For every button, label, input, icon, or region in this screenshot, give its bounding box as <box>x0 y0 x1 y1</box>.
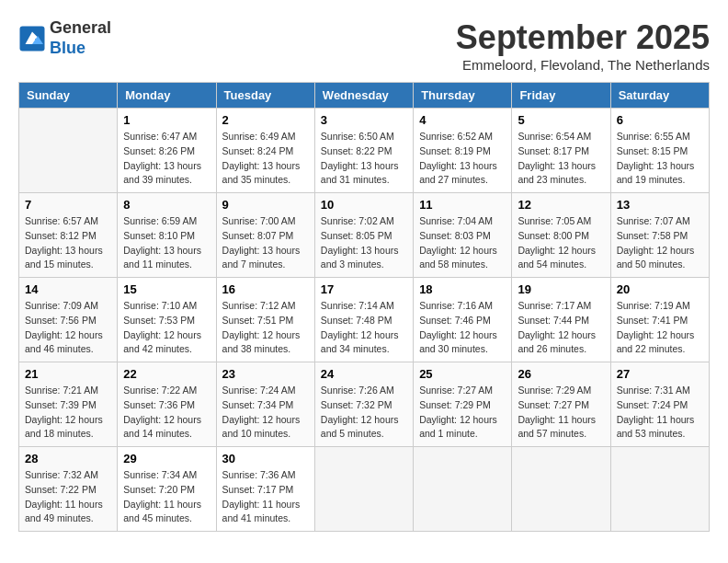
month-title: September 2025 <box>456 18 710 57</box>
day-of-week-header: Sunday <box>19 83 118 109</box>
day-number: 24 <box>321 367 407 381</box>
calendar-header-row: SundayMondayTuesdayWednesdayThursdayFrid… <box>19 83 710 109</box>
day-of-week-header: Saturday <box>610 83 709 109</box>
day-number: 1 <box>123 113 210 127</box>
day-info: Sunrise: 7:36 AMSunset: 7:17 PMDaylight:… <box>222 468 309 526</box>
logo: General Blue <box>18 18 111 58</box>
calendar-cell: 5Sunrise: 6:54 AMSunset: 8:17 PMDaylight… <box>512 109 610 193</box>
calendar-cell: 28Sunrise: 7:32 AMSunset: 7:22 PMDayligh… <box>19 447 118 532</box>
day-number: 17 <box>321 282 407 296</box>
day-number: 8 <box>123 198 210 212</box>
calendar-cell: 3Sunrise: 6:50 AMSunset: 8:22 PMDaylight… <box>314 109 413 193</box>
calendar-cell: 4Sunrise: 6:52 AMSunset: 8:19 PMDaylight… <box>414 109 512 193</box>
day-number: 26 <box>518 367 604 381</box>
day-info: Sunrise: 6:57 AMSunset: 8:12 PMDaylight:… <box>25 214 111 272</box>
logo-line2: Blue <box>50 39 111 59</box>
day-of-week-header: Monday <box>118 83 216 109</box>
day-number: 16 <box>222 282 309 296</box>
day-info: Sunrise: 7:16 AMSunset: 7:46 PMDaylight:… <box>419 299 506 357</box>
calendar-week-row: 14Sunrise: 7:09 AMSunset: 7:56 PMDayligh… <box>19 278 710 362</box>
day-info: Sunrise: 7:19 AMSunset: 7:41 PMDaylight:… <box>617 299 703 357</box>
day-number: 29 <box>123 452 210 465</box>
calendar-cell: 24Sunrise: 7:26 AMSunset: 7:32 PMDayligh… <box>314 362 413 447</box>
day-info: Sunrise: 7:00 AMSunset: 8:07 PMDaylight:… <box>222 214 309 272</box>
day-info: Sunrise: 7:21 AMSunset: 7:39 PMDaylight:… <box>25 384 111 442</box>
day-info: Sunrise: 7:04 AMSunset: 8:03 PMDaylight:… <box>419 214 506 272</box>
day-info: Sunrise: 6:55 AMSunset: 8:15 PMDaylight:… <box>617 130 703 188</box>
calendar-week-row: 28Sunrise: 7:32 AMSunset: 7:22 PMDayligh… <box>19 447 710 532</box>
day-info: Sunrise: 7:27 AMSunset: 7:29 PMDaylight:… <box>419 384 506 442</box>
calendar-cell: 27Sunrise: 7:31 AMSunset: 7:24 PMDayligh… <box>610 362 709 447</box>
day-info: Sunrise: 7:32 AMSunset: 7:22 PMDaylight:… <box>25 468 111 526</box>
calendar-cell: 16Sunrise: 7:12 AMSunset: 7:51 PMDayligh… <box>216 278 314 362</box>
title-block: September 2025 Emmeloord, Flevoland, The… <box>456 18 710 73</box>
page-header: General Blue September 2025 Emmeloord, F… <box>18 18 710 73</box>
calendar-table: SundayMondayTuesdayWednesdayThursdayFrid… <box>18 82 710 532</box>
calendar-cell: 8Sunrise: 6:59 AMSunset: 8:10 PMDaylight… <box>118 193 216 278</box>
day-number: 6 <box>617 113 703 127</box>
logo-line1: General <box>50 18 111 39</box>
calendar-week-row: 1Sunrise: 6:47 AMSunset: 8:26 PMDaylight… <box>19 109 710 193</box>
calendar-cell: 7Sunrise: 6:57 AMSunset: 8:12 PMDaylight… <box>19 193 118 278</box>
day-number: 11 <box>419 198 506 212</box>
calendar-cell <box>512 447 610 532</box>
day-number: 27 <box>617 367 703 381</box>
day-info: Sunrise: 7:05 AMSunset: 8:00 PMDaylight:… <box>518 214 604 272</box>
calendar-cell: 19Sunrise: 7:17 AMSunset: 7:44 PMDayligh… <box>512 278 610 362</box>
day-info: Sunrise: 7:12 AMSunset: 7:51 PMDaylight:… <box>222 299 309 357</box>
day-number: 18 <box>419 282 506 296</box>
calendar-cell: 30Sunrise: 7:36 AMSunset: 7:17 PMDayligh… <box>216 447 314 532</box>
day-number: 22 <box>123 367 210 381</box>
calendar-cell: 2Sunrise: 6:49 AMSunset: 8:24 PMDaylight… <box>216 109 314 193</box>
calendar-cell: 15Sunrise: 7:10 AMSunset: 7:53 PMDayligh… <box>118 278 216 362</box>
day-number: 12 <box>518 198 604 212</box>
day-number: 7 <box>25 198 111 212</box>
day-number: 21 <box>25 367 111 381</box>
day-info: Sunrise: 6:52 AMSunset: 8:19 PMDaylight:… <box>419 130 506 188</box>
calendar-cell <box>610 447 709 532</box>
day-info: Sunrise: 7:07 AMSunset: 7:58 PMDaylight:… <box>617 214 703 272</box>
calendar-cell: 21Sunrise: 7:21 AMSunset: 7:39 PMDayligh… <box>19 362 118 447</box>
calendar-cell <box>414 447 512 532</box>
calendar-cell: 29Sunrise: 7:34 AMSunset: 7:20 PMDayligh… <box>118 447 216 532</box>
day-info: Sunrise: 6:50 AMSunset: 8:22 PMDaylight:… <box>321 130 407 188</box>
day-info: Sunrise: 6:47 AMSunset: 8:26 PMDaylight:… <box>123 130 210 188</box>
day-number: 13 <box>617 198 703 212</box>
day-number: 2 <box>222 113 309 127</box>
day-info: Sunrise: 6:59 AMSunset: 8:10 PMDaylight:… <box>123 214 210 272</box>
calendar-cell <box>19 109 118 193</box>
location-subtitle: Emmeloord, Flevoland, The Netherlands <box>456 57 710 73</box>
day-info: Sunrise: 7:22 AMSunset: 7:36 PMDaylight:… <box>123 384 210 442</box>
day-number: 5 <box>518 113 604 127</box>
day-info: Sunrise: 7:14 AMSunset: 7:48 PMDaylight:… <box>321 299 407 357</box>
day-info: Sunrise: 7:24 AMSunset: 7:34 PMDaylight:… <box>222 384 309 442</box>
day-info: Sunrise: 7:02 AMSunset: 8:05 PMDaylight:… <box>321 214 407 272</box>
day-info: Sunrise: 7:34 AMSunset: 7:20 PMDaylight:… <box>123 468 210 526</box>
day-number: 28 <box>25 452 111 465</box>
day-of-week-header: Friday <box>512 83 610 109</box>
day-number: 4 <box>419 113 506 127</box>
day-number: 3 <box>321 113 407 127</box>
day-number: 20 <box>617 282 703 296</box>
day-info: Sunrise: 6:49 AMSunset: 8:24 PMDaylight:… <box>222 130 309 188</box>
calendar-cell <box>314 447 413 532</box>
calendar-cell: 6Sunrise: 6:55 AMSunset: 8:15 PMDaylight… <box>610 109 709 193</box>
calendar-cell: 26Sunrise: 7:29 AMSunset: 7:27 PMDayligh… <box>512 362 610 447</box>
day-of-week-header: Thursday <box>414 83 512 109</box>
logo-icon <box>18 25 46 52</box>
day-number: 25 <box>419 367 506 381</box>
day-number: 23 <box>222 367 309 381</box>
calendar-cell: 10Sunrise: 7:02 AMSunset: 8:05 PMDayligh… <box>314 193 413 278</box>
calendar-cell: 1Sunrise: 6:47 AMSunset: 8:26 PMDaylight… <box>118 109 216 193</box>
calendar-cell: 13Sunrise: 7:07 AMSunset: 7:58 PMDayligh… <box>610 193 709 278</box>
day-number: 15 <box>123 282 210 296</box>
calendar-cell: 25Sunrise: 7:27 AMSunset: 7:29 PMDayligh… <box>414 362 512 447</box>
day-info: Sunrise: 7:09 AMSunset: 7:56 PMDaylight:… <box>25 299 111 357</box>
calendar-cell: 11Sunrise: 7:04 AMSunset: 8:03 PMDayligh… <box>414 193 512 278</box>
day-number: 10 <box>321 198 407 212</box>
day-number: 19 <box>518 282 604 296</box>
day-info: Sunrise: 6:54 AMSunset: 8:17 PMDaylight:… <box>518 130 604 188</box>
calendar-cell: 9Sunrise: 7:00 AMSunset: 8:07 PMDaylight… <box>216 193 314 278</box>
calendar-cell: 18Sunrise: 7:16 AMSunset: 7:46 PMDayligh… <box>414 278 512 362</box>
day-number: 14 <box>25 282 111 296</box>
